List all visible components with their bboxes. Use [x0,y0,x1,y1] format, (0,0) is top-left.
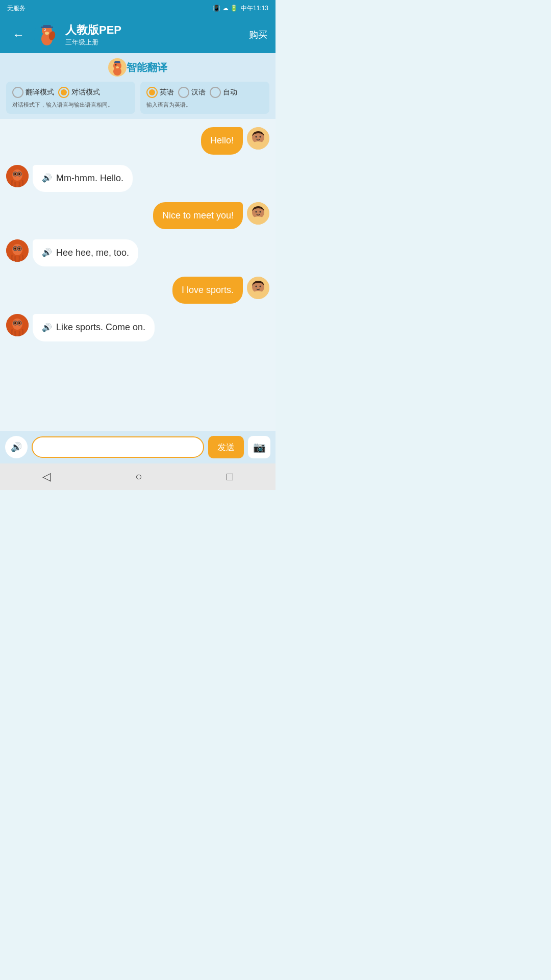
lang-desc: 输入语言为英语。 [146,101,263,109]
svg-point-18 [256,136,257,138]
svg-point-46 [18,322,20,324]
nav-bar: ◁ ○ □ [0,463,276,490]
message-row: 🔊 Like sports. Come on. [6,314,269,341]
dialog-radio-circle [58,87,69,98]
svg-point-45 [14,322,16,324]
translate-mode-radio[interactable]: 翻译模式 [12,87,54,98]
svg-point-23 [18,173,20,175]
auto-radio-circle [210,87,221,98]
text-input-field[interactable] [32,436,204,458]
speaker-icon-3: 🔊 [42,322,52,333]
svg-point-35 [18,248,20,250]
message-row: 🔊 Hee hee, me, too. [6,239,269,266]
boy-face-icon [247,127,269,150]
svg-point-19 [260,136,261,138]
dialog-mode-radio[interactable]: 对话模式 [58,87,100,98]
mode-option-box: 翻译模式 对话模式 对话模式下，输入语言与输出语言相同。 [6,82,135,114]
app-name: 人教版PEP [65,22,244,38]
boy-avatar [247,127,269,150]
message-bubble-4[interactable]: 🔊 Hee hee, me, too. [33,239,138,266]
message-bubble-5: I love sports. [172,277,243,304]
message-row: Hello! [6,127,269,154]
translation-panel: 智能翻译 翻译模式 对话模式 对话模式下，输入语言与输出语言相同。 [0,53,276,119]
svg-point-13 [116,66,119,68]
back-button[interactable]: ← [8,26,29,44]
message-bubble-1: Hello! [201,127,243,154]
parrot-logo [34,21,60,48]
squid-face-icon-3 [6,314,29,336]
message-row: Nice to meet you! [6,202,269,229]
grade-label: 三年级上册 [65,38,244,47]
boy-avatar-2 [247,202,269,225]
squid-avatar-2 [6,239,29,262]
clock: 中午11:13 [241,4,268,13]
header-title-group: 人教版PEP 三年级上册 [65,22,244,47]
translate-mode-label: 翻译模式 [26,88,54,97]
lang-radio-group: 英语 汉语 自动 [146,87,263,98]
message-row: 🔊 Mm-hmm. Hello. [6,165,269,192]
message-bubble-2[interactable]: 🔊 Mm-hmm. Hello. [33,165,133,192]
svg-point-3 [45,32,49,35]
chat-area: Hello! 🔊 Mm-hmm. Hello. [0,119,276,431]
boy-face-icon-3 [247,277,269,299]
nav-back-button[interactable]: ◁ [30,466,63,487]
message-text-5: I love sports. [182,284,234,297]
voice-icon: 🔊 [11,442,22,453]
squid-face-icon [6,165,29,187]
buy-button[interactable]: 购买 [249,29,267,41]
svg-rect-14 [114,61,120,63]
boy-avatar-3 [247,277,269,299]
voice-input-button[interactable]: 🔊 [5,436,28,458]
message-text-2: Mm-hmm. Hello. [56,172,123,185]
message-text-3: Nice to meet you! [162,209,234,222]
message-text-1: Hello! [210,134,234,147]
translation-title: 智能翻译 [127,61,167,75]
svg-point-41 [256,286,257,287]
signal-icons: 📳 ☁ 🔋 [213,5,238,12]
auto-label: 自动 [223,88,237,97]
app-header: ← 人教版PEP 三年级上册 购买 [0,16,276,53]
translate-radio-circle [12,87,23,98]
camera-button[interactable]: 📷 [248,436,270,458]
message-bubble-3: Nice to meet you! [153,202,243,229]
status-bar: 无服务 📳 ☁ 🔋 中午11:13 [0,0,276,16]
translation-title-row: 智能翻译 [6,58,269,77]
squid-face-icon-2 [6,239,29,262]
message-text-4: Hee hee, me, too. [56,247,129,259]
boy-face-icon-2 [247,202,269,225]
svg-point-30 [256,211,257,212]
carrier-label: 无服务 [7,4,26,13]
speaker-icon: 🔊 [42,173,52,184]
svg-point-12 [115,64,117,66]
auto-radio[interactable]: 自动 [210,87,237,98]
nav-home-button[interactable]: ○ [123,466,154,487]
english-radio[interactable]: 英语 [146,87,174,98]
dialog-mode-label: 对话模式 [71,88,100,97]
english-label: 英语 [160,88,174,97]
squid-avatar-3 [6,314,29,336]
nav-recent-button[interactable]: □ [214,466,245,487]
svg-point-42 [260,286,261,287]
svg-rect-8 [41,27,53,28]
message-text-6: Like sports. Come on. [56,321,145,334]
english-radio-circle [146,87,158,98]
svg-point-34 [14,248,16,250]
mascot-icon [108,58,127,77]
chinese-radio[interactable]: 汉语 [178,87,206,98]
send-button[interactable]: 发送 [208,436,244,458]
input-bar: 🔊 发送 📷 [0,431,276,463]
time-label: 📳 ☁ 🔋 中午11:13 [213,4,268,13]
svg-point-11 [113,67,121,76]
chinese-radio-circle [178,87,189,98]
squid-avatar [6,165,29,187]
svg-point-31 [260,211,261,212]
speaker-icon-2: 🔊 [42,247,52,258]
camera-icon: 📷 [253,441,266,453]
mode-desc: 对话模式下，输入语言与输出语言相同。 [12,101,129,109]
language-option-box: 英语 汉语 自动 输入语言为英语。 [140,82,269,114]
mode-radio-group: 翻译模式 对话模式 [12,87,129,98]
message-bubble-6[interactable]: 🔊 Like sports. Come on. [33,314,155,341]
translation-options: 翻译模式 对话模式 对话模式下，输入语言与输出语言相同。 英语 汉语 [6,82,269,114]
svg-point-5 [44,29,45,30]
message-row: I love sports. [6,277,269,304]
